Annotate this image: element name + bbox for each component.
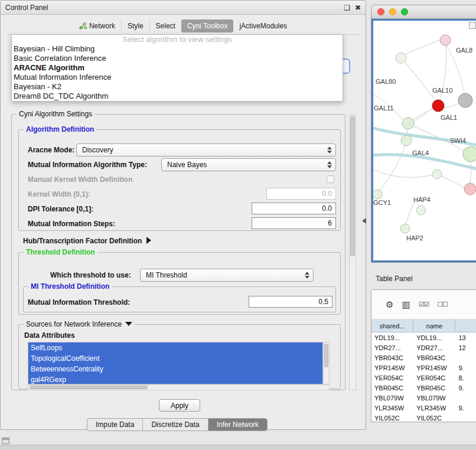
node-label-swi4: SWI4	[450, 137, 466, 144]
attributes-vscrollbar[interactable]	[323, 342, 330, 384]
table-row[interactable]: YDL19...YDL19...13	[371, 332, 476, 343]
bottom-tab-discretize-data[interactable]: Discretize Data	[142, 419, 207, 431]
table-toolbar: ⚙▥☑☑☐☐	[371, 290, 476, 319]
aracne-mode-select[interactable]: Discovery	[76, 144, 336, 156]
splitter-collapse-arrow[interactable]	[362, 218, 366, 224]
table-cell: YBR043C	[371, 353, 413, 363]
network-node[interactable]	[400, 224, 410, 233]
column-header-name[interactable]: name	[413, 319, 455, 332]
network-edge[interactable]	[406, 201, 416, 224]
add-column-icon[interactable]: ▥	[402, 299, 410, 310]
network-node[interactable]	[440, 35, 451, 45]
minimized-window-icon[interactable]	[2, 438, 9, 444]
table-row[interactable]: YIL052CYIL052C	[371, 413, 476, 422]
select-all-checkboxes-icon[interactable]: ☑☑	[419, 301, 429, 308]
table-row[interactable]: YBR045CYBR045C9.	[371, 383, 476, 393]
network-edge[interactable]	[379, 145, 405, 191]
float-icon[interactable]: ❑	[344, 4, 350, 12]
stepper-arrows-icon	[326, 144, 333, 156]
node-label-gal8: GAL8	[456, 47, 472, 54]
network-edge[interactable]	[401, 58, 437, 103]
manual-kernel-checkbox[interactable]	[327, 175, 334, 183]
table-row[interactable]: YBL079WYBL079W	[371, 393, 476, 403]
network-node[interactable]	[464, 183, 476, 195]
table-row[interactable]: YPR145WYPR145W9.	[371, 363, 476, 373]
network-edge[interactable]	[373, 155, 476, 169]
control-panel-titlebar[interactable]: Control Panel ❑✖	[1, 1, 366, 15]
network-node[interactable]	[458, 93, 472, 107]
table-row[interactable]: YER054CYER054C8.	[371, 373, 476, 383]
threshold-definition-title: Threshold Definition	[24, 248, 97, 256]
attributes-hscrollbar[interactable]	[28, 384, 330, 390]
attribute-item-betweennesscentrality[interactable]: BetweennessCentrality	[28, 364, 322, 374]
network-node[interactable]	[401, 135, 412, 146]
table-row[interactable]: YBR043CYBR043C	[371, 353, 476, 363]
network-node[interactable]	[416, 206, 426, 215]
which-threshold-select[interactable]: MI Threshold	[140, 269, 314, 282]
zoom-traffic-light-icon[interactable]	[401, 8, 408, 15]
attribute-item-selfloops[interactable]: SelfLoops	[28, 343, 322, 353]
tab-jactivemodules[interactable]: jActiveModules	[233, 19, 293, 32]
algorithm-option-aracne-algorithm[interactable]: ARACNE Algorithm	[12, 63, 343, 73]
kernel-width-field[interactable]: 0.0	[266, 188, 336, 200]
clear-all-checkboxes-icon[interactable]: ☐☐	[437, 301, 448, 308]
bottom-tab-bar: Impute DataDiscretize DataInfer Network	[87, 418, 268, 431]
cyni-settings-title: Cyni Algorithm Settings	[17, 110, 94, 118]
network-node[interactable]	[402, 118, 414, 129]
mi-type-select[interactable]: Naive Bayes	[161, 158, 336, 171]
network-edge[interactable]	[441, 175, 465, 188]
close-icon[interactable]: ✖	[355, 4, 361, 12]
settings-scrollbar[interactable]	[349, 114, 356, 390]
sources-title-toggle[interactable]: Sources for Network Inference	[24, 320, 135, 328]
network-node[interactable]	[396, 53, 406, 63]
attribute-item-topologicalcoefficient[interactable]: TopologicalCoefficient	[28, 353, 322, 364]
top-tab-bar: NetworkStyleSelectCyni ToolboxjActiveMod…	[6, 18, 360, 35]
hub-section-toggle[interactable]: Hub/Transcription Factor Definition	[23, 237, 151, 245]
table-cell: YDL19...	[413, 332, 455, 343]
which-threshold-value: MI Threshold	[146, 271, 187, 279]
mi-steps-field[interactable]: 6	[252, 217, 336, 229]
table-row[interactable]: YDR27...YDR27...12	[371, 343, 476, 353]
close-traffic-light-icon[interactable]	[377, 8, 384, 15]
algorithm-option-dream8-dc-tdc-algorithm[interactable]: Dream8 DC_TDC Algorithm	[12, 92, 343, 101]
algorithm-option-mutual-information-inference[interactable]: Mutual Information Inference	[12, 73, 343, 82]
column-header-2[interactable]	[455, 319, 476, 332]
table-cell: YIL052C	[371, 413, 413, 422]
attribute-item-gal4rgexp[interactable]: gal4RGexp	[28, 374, 322, 384]
network-edge[interactable]	[413, 108, 433, 122]
tab-cyni-toolbox[interactable]: Cyni Toolbox	[181, 19, 233, 32]
apply-button[interactable]: Apply	[159, 399, 200, 412]
table-cell: YER054C	[413, 373, 455, 383]
network-node[interactable]	[463, 146, 476, 162]
dpi-tolerance-field[interactable]: 0.0	[252, 203, 336, 214]
bottom-tab-infer-network[interactable]: Infer Network	[208, 419, 267, 431]
network-edge[interactable]	[470, 162, 471, 184]
tab-style[interactable]: Style	[121, 19, 149, 32]
gear-icon[interactable]: ⚙	[386, 299, 393, 310]
minimize-traffic-light-icon[interactable]	[389, 8, 396, 15]
table-cell: YLR345W	[371, 403, 413, 413]
mi-threshold-field[interactable]: 0.5	[249, 296, 332, 308]
bottom-tab-impute-data[interactable]: Impute Data	[87, 419, 142, 431]
table-cell: YBR043C	[413, 353, 455, 363]
algorithm-option-basic-correlation-inference[interactable]: Basic Correlation Inference	[12, 54, 343, 63]
network-node[interactable]	[432, 100, 444, 112]
kernel-width-label: Kernel Width (0,1):	[28, 190, 90, 198]
network-window-titlebar[interactable]	[371, 5, 476, 19]
table-row[interactable]: YLR345WYLR345W9.	[371, 403, 476, 413]
algorithm-option-bayesian-hill-climbing[interactable]: Bayesian - Hill Climbing	[12, 44, 343, 54]
network-icon	[79, 22, 87, 30]
node-label-hap4: HAP4	[413, 196, 431, 203]
tab-network[interactable]: Network	[73, 19, 121, 32]
network-edge[interactable]	[373, 169, 433, 177]
network-node[interactable]	[432, 169, 442, 179]
network-overview-toggle[interactable]	[469, 22, 476, 29]
column-header-shared[interactable]: shared...	[371, 319, 413, 332]
mi-threshold-label: Mutual Information Threshold:	[28, 298, 130, 306]
tab-select[interactable]: Select	[149, 19, 181, 32]
network-node[interactable]	[373, 190, 382, 199]
network-edge[interactable]	[412, 107, 433, 120]
network-edge[interactable]	[405, 40, 440, 55]
algorithm-option-bayesian-k2[interactable]: Bayesian - K2	[12, 82, 343, 92]
network-canvas[interactable]: GAL8GAL80GAL10GAL11GAL1SWI4GAL4GCY1HAP4H…	[371, 19, 476, 262]
